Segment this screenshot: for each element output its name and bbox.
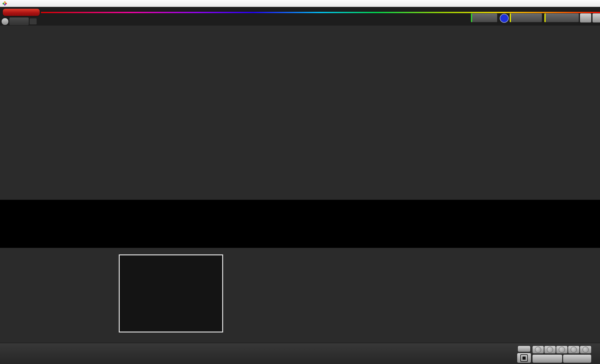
window-titlebar bbox=[0, 0, 600, 7]
play-button[interactable] bbox=[544, 346, 556, 354]
app-icon bbox=[2, 1, 7, 6]
collapse-up-button[interactable] bbox=[518, 346, 531, 352]
interval-icon bbox=[559, 347, 565, 353]
stop-icon bbox=[535, 347, 541, 353]
calman-app bbox=[0, 0, 600, 364]
collapse-panel-button[interactable] bbox=[592, 13, 600, 23]
stop-button[interactable] bbox=[532, 346, 544, 354]
cie-chart bbox=[119, 254, 223, 332]
back-button[interactable] bbox=[532, 354, 562, 363]
grayscale-strip bbox=[0, 200, 600, 248]
settings-button[interactable] bbox=[580, 13, 592, 23]
interval-button[interactable] bbox=[556, 346, 568, 354]
infinity-icon bbox=[571, 347, 577, 353]
loop-button[interactable] bbox=[580, 346, 592, 354]
maximize-button[interactable] bbox=[572, 0, 586, 7]
pattern-window-button[interactable] bbox=[517, 353, 531, 363]
add-tab-button[interactable] bbox=[29, 18, 37, 25]
bottom-bar bbox=[0, 343, 600, 364]
tab-history-1[interactable] bbox=[9, 17, 29, 26]
pattern-window-icon bbox=[520, 354, 528, 362]
calman-menu-button[interactable] bbox=[3, 9, 40, 16]
next-button[interactable] bbox=[563, 354, 592, 363]
rgb-balance-chart bbox=[139, 49, 361, 185]
history-play-button[interactable] bbox=[1, 18, 9, 25]
deltae-2000-chart bbox=[6, 72, 131, 185]
minimize-button[interactable] bbox=[558, 0, 572, 7]
source-label bbox=[511, 17, 513, 18]
display-control-dropdown[interactable] bbox=[544, 13, 579, 22]
meter-dropdown[interactable] bbox=[471, 13, 498, 22]
continuous-button[interactable] bbox=[568, 346, 580, 354]
loop-icon bbox=[582, 347, 589, 353]
source-dropdown[interactable] bbox=[509, 13, 542, 22]
gamma-loglog-chart bbox=[366, 49, 592, 185]
display-control-label bbox=[546, 17, 548, 18]
meter-status-badge[interactable] bbox=[500, 14, 509, 23]
close-button[interactable] bbox=[586, 0, 599, 7]
play-icon bbox=[547, 347, 553, 353]
